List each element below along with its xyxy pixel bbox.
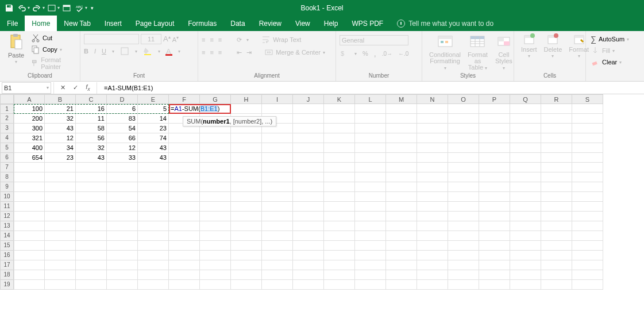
cell-R6[interactable] bbox=[541, 153, 572, 163]
cell-O6[interactable] bbox=[448, 153, 479, 163]
cell-J14[interactable] bbox=[293, 231, 324, 241]
cell-S17[interactable] bbox=[572, 260, 603, 270]
cell-M6[interactable] bbox=[386, 153, 417, 163]
cell-A13[interactable] bbox=[14, 221, 45, 231]
cell-M9[interactable] bbox=[386, 182, 417, 192]
cell-E6[interactable]: 43 bbox=[138, 153, 169, 163]
insert-function-icon[interactable]: fx bbox=[82, 83, 94, 92]
col-header-O[interactable]: O bbox=[448, 94, 479, 104]
cell-L3[interactable] bbox=[355, 124, 386, 133]
cell-A19[interactable] bbox=[14, 280, 45, 290]
align-top-icon[interactable]: ≡ bbox=[202, 36, 205, 43]
cell-C13[interactable] bbox=[76, 221, 107, 231]
cell-L19[interactable] bbox=[355, 280, 386, 290]
cell-L8[interactable] bbox=[355, 172, 386, 182]
cell-J9[interactable] bbox=[293, 182, 324, 192]
cell-H18[interactable] bbox=[231, 270, 262, 280]
cell-B1[interactable]: 21 bbox=[45, 104, 76, 114]
font-color-button[interactable]: A bbox=[166, 47, 172, 56]
cell-G5[interactable] bbox=[200, 143, 231, 153]
tab-page-layout[interactable]: Page Layout bbox=[129, 16, 181, 31]
tell-me-search[interactable]: Tell me what you want to do bbox=[390, 16, 500, 31]
cell-N12[interactable] bbox=[417, 212, 448, 221]
cell-M2[interactable] bbox=[386, 114, 417, 124]
cell-E10[interactable] bbox=[138, 192, 169, 202]
cell-S8[interactable] bbox=[572, 172, 603, 182]
cell-F13[interactable] bbox=[169, 221, 200, 231]
cell-I16[interactable] bbox=[262, 251, 293, 260]
cell-S18[interactable] bbox=[572, 270, 603, 280]
cell-M14[interactable] bbox=[386, 231, 417, 241]
cell-N3[interactable] bbox=[417, 124, 448, 133]
cell-Q13[interactable] bbox=[510, 221, 541, 231]
cell-I17[interactable] bbox=[262, 260, 293, 270]
cell-J1[interactable] bbox=[293, 104, 324, 114]
cell-J3[interactable] bbox=[293, 124, 324, 133]
cell-K5[interactable] bbox=[324, 143, 355, 153]
cell-A9[interactable] bbox=[14, 182, 45, 192]
cell-J17[interactable] bbox=[293, 260, 324, 270]
italic-button[interactable]: I bbox=[94, 48, 96, 55]
col-header-B[interactable]: B bbox=[45, 94, 76, 104]
undo-icon[interactable] bbox=[16, 2, 28, 14]
cell-I1[interactable] bbox=[262, 104, 293, 114]
cell-M8[interactable] bbox=[386, 172, 417, 182]
cell-S12[interactable] bbox=[572, 212, 603, 221]
row-header-19[interactable]: 19 bbox=[0, 280, 14, 290]
cell-P11[interactable] bbox=[479, 202, 510, 212]
cell-N6[interactable] bbox=[417, 153, 448, 163]
cell-O19[interactable] bbox=[448, 280, 479, 290]
cell-A14[interactable] bbox=[14, 231, 45, 241]
cell-B17[interactable] bbox=[45, 260, 76, 270]
cell-G16[interactable] bbox=[200, 251, 231, 260]
col-header-M[interactable]: M bbox=[386, 94, 417, 104]
cell-C19[interactable] bbox=[76, 280, 107, 290]
col-header-J[interactable]: J bbox=[293, 94, 324, 104]
cell-L14[interactable] bbox=[355, 231, 386, 241]
cell-E2[interactable]: 14 bbox=[138, 114, 169, 124]
cell-R8[interactable] bbox=[541, 172, 572, 182]
cell-A5[interactable]: 400 bbox=[14, 143, 45, 153]
cut-button[interactable]: Cut bbox=[30, 33, 76, 43]
cell-K12[interactable] bbox=[324, 212, 355, 221]
row-header-13[interactable]: 13 bbox=[0, 221, 14, 231]
cell-P6[interactable] bbox=[479, 153, 510, 163]
tab-newtab[interactable]: New Tab bbox=[57, 16, 97, 31]
cell-O9[interactable] bbox=[448, 182, 479, 192]
cell-A11[interactable] bbox=[14, 202, 45, 212]
cell-H11[interactable] bbox=[231, 202, 262, 212]
cell-A2[interactable]: 200 bbox=[14, 114, 45, 124]
cell-H1[interactable] bbox=[231, 104, 262, 114]
bold-button[interactable]: B bbox=[84, 48, 88, 55]
col-header-S[interactable]: S bbox=[572, 94, 603, 104]
cell-K4[interactable] bbox=[324, 133, 355, 143]
tab-review[interactable]: Review bbox=[252, 16, 288, 31]
cell-G19[interactable] bbox=[200, 280, 231, 290]
cell-G13[interactable] bbox=[200, 221, 231, 231]
cell-A6[interactable]: 654 bbox=[14, 153, 45, 163]
cell-N8[interactable] bbox=[417, 172, 448, 182]
fill-button[interactable]: Fill ▾ bbox=[589, 45, 616, 56]
cell-L2[interactable] bbox=[355, 114, 386, 124]
underline-button[interactable]: U bbox=[102, 48, 106, 55]
cell-B6[interactable]: 23 bbox=[45, 153, 76, 163]
spellcheck-icon[interactable]: ABC bbox=[74, 2, 85, 14]
cell-L6[interactable] bbox=[355, 153, 386, 163]
cell-J16[interactable] bbox=[293, 251, 324, 260]
cell-F19[interactable] bbox=[169, 280, 200, 290]
cell-H16[interactable] bbox=[231, 251, 262, 260]
cell-D17[interactable] bbox=[107, 260, 138, 270]
cell-I8[interactable] bbox=[262, 172, 293, 182]
cell-L10[interactable] bbox=[355, 192, 386, 202]
cell-N1[interactable] bbox=[417, 104, 448, 114]
cell-F9[interactable] bbox=[169, 182, 200, 192]
col-header-H[interactable]: H bbox=[231, 94, 262, 104]
cell-P5[interactable] bbox=[479, 143, 510, 153]
cells-area[interactable]: 100211665=A1-SUM(B1:E1)20032118314300435… bbox=[14, 104, 603, 290]
cell-S16[interactable] bbox=[572, 251, 603, 260]
cell-I4[interactable] bbox=[262, 133, 293, 143]
delete-cells-button[interactable]: Delete▾ bbox=[541, 33, 566, 59]
row-header-17[interactable]: 17 bbox=[0, 260, 14, 270]
align-left-icon[interactable]: ≡ bbox=[202, 49, 205, 56]
cell-A7[interactable] bbox=[14, 163, 45, 172]
